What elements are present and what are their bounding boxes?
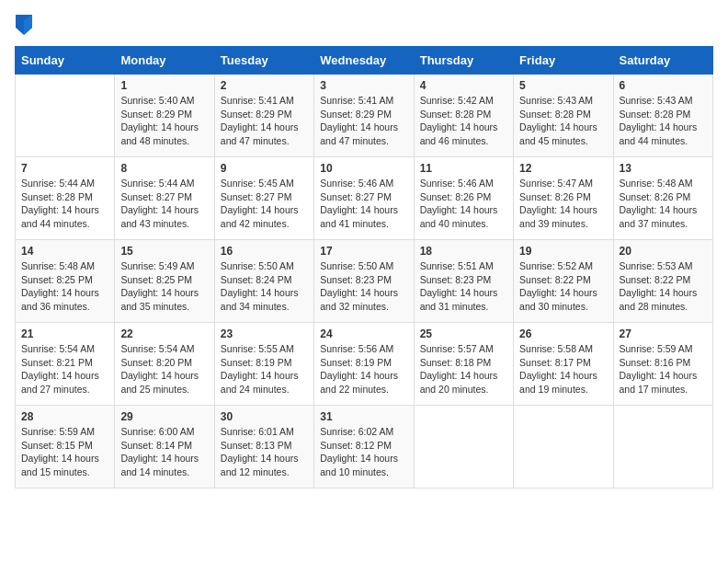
day-content: Sunrise: 5:50 AM Sunset: 8:23 PM Dayligh… [320,259,407,314]
day-content: Sunrise: 6:01 AM Sunset: 8:13 PM Dayligh… [221,425,308,479]
day-number: 28 [21,410,108,423]
calendar-cell: 16Sunrise: 5:50 AM Sunset: 8:24 PM Dayli… [214,240,313,323]
day-number: 22 [120,327,208,340]
day-number: 1 [120,79,208,92]
header-cell-tuesday: Tuesday [214,47,313,75]
day-number: 25 [420,327,507,340]
day-content: Sunrise: 5:51 AM Sunset: 8:23 PM Dayligh… [420,259,507,314]
header-cell-saturday: Saturday [613,47,712,75]
calendar-cell [613,406,712,488]
calendar-cell: 25Sunrise: 5:57 AM Sunset: 8:18 PM Dayli… [414,323,513,406]
day-number: 24 [320,327,407,340]
day-number: 15 [120,245,208,258]
day-content: Sunrise: 5:41 AM Sunset: 8:29 PM Dayligh… [221,94,308,148]
day-number: 23 [221,327,308,340]
day-number: 5 [519,79,607,92]
day-content: Sunrise: 5:41 AM Sunset: 8:29 PM Dayligh… [320,94,407,148]
calendar-cell: 24Sunrise: 5:56 AM Sunset: 8:19 PM Dayli… [314,323,414,406]
calendar-cell: 3Sunrise: 5:41 AM Sunset: 8:29 PM Daylig… [314,75,414,157]
calendar-cell: 12Sunrise: 5:47 AM Sunset: 8:26 PM Dayli… [514,157,613,240]
day-content: Sunrise: 5:59 AM Sunset: 8:16 PM Dayligh… [620,342,707,396]
day-content: Sunrise: 5:50 AM Sunset: 8:24 PM Dayligh… [221,259,308,314]
day-content: Sunrise: 5:43 AM Sunset: 8:28 PM Dayligh… [519,94,607,148]
day-number: 21 [21,327,108,340]
calendar-cell: 9Sunrise: 5:45 AM Sunset: 8:27 PM Daylig… [214,157,313,240]
day-number: 19 [519,245,607,258]
calendar-cell [514,406,613,488]
day-content: Sunrise: 5:40 AM Sunset: 8:29 PM Dayligh… [120,94,208,148]
calendar-cell: 5Sunrise: 5:43 AM Sunset: 8:28 PM Daylig… [514,75,613,157]
calendar-cell: 29Sunrise: 6:00 AM Sunset: 8:14 PM Dayli… [115,406,214,488]
calendar-cell: 31Sunrise: 6:02 AM Sunset: 8:12 PM Dayli… [314,406,414,488]
calendar-cell [414,406,513,488]
day-content: Sunrise: 5:46 AM Sunset: 8:27 PM Dayligh… [320,177,407,231]
calendar-cell: 27Sunrise: 5:59 AM Sunset: 8:16 PM Dayli… [613,323,712,406]
logo [15,15,32,35]
page-header [15,15,713,35]
day-content: Sunrise: 5:49 AM Sunset: 8:25 PM Dayligh… [120,259,208,314]
calendar-cell: 13Sunrise: 5:48 AM Sunset: 8:26 PM Dayli… [613,157,712,240]
day-content: Sunrise: 5:48 AM Sunset: 8:25 PM Dayligh… [21,259,108,314]
calendar-cell: 30Sunrise: 6:01 AM Sunset: 8:13 PM Dayli… [214,406,313,488]
logo-icon [16,15,32,35]
day-content: Sunrise: 5:57 AM Sunset: 8:18 PM Dayligh… [420,342,507,396]
day-number: 14 [21,245,108,258]
calendar-cell: 4Sunrise: 5:42 AM Sunset: 8:28 PM Daylig… [414,75,513,157]
day-number: 11 [420,162,507,175]
day-content: Sunrise: 5:44 AM Sunset: 8:27 PM Dayligh… [120,177,208,231]
day-content: Sunrise: 5:58 AM Sunset: 8:17 PM Dayligh… [519,342,607,396]
day-number: 3 [320,79,407,92]
header-cell-sunday: Sunday [16,47,115,75]
calendar-cell: 28Sunrise: 5:59 AM Sunset: 8:15 PM Dayli… [16,406,115,488]
day-content: Sunrise: 5:43 AM Sunset: 8:28 PM Dayligh… [620,94,707,148]
day-content: Sunrise: 5:53 AM Sunset: 8:22 PM Dayligh… [620,259,707,314]
calendar-cell: 19Sunrise: 5:52 AM Sunset: 8:22 PM Dayli… [514,240,613,323]
week-row-4: 21Sunrise: 5:54 AM Sunset: 8:21 PM Dayli… [16,323,713,406]
calendar-header: SundayMondayTuesdayWednesdayThursdayFrid… [16,47,713,75]
day-content: Sunrise: 5:46 AM Sunset: 8:26 PM Dayligh… [420,177,507,231]
week-row-3: 14Sunrise: 5:48 AM Sunset: 8:25 PM Dayli… [16,240,713,323]
day-number: 30 [221,410,308,423]
day-number: 17 [320,245,407,258]
day-content: Sunrise: 5:45 AM Sunset: 8:27 PM Dayligh… [221,177,308,231]
week-row-1: 1Sunrise: 5:40 AM Sunset: 8:29 PM Daylig… [16,75,713,157]
day-content: Sunrise: 6:02 AM Sunset: 8:12 PM Dayligh… [320,425,407,479]
day-content: Sunrise: 5:59 AM Sunset: 8:15 PM Dayligh… [21,425,108,479]
day-number: 7 [21,162,108,175]
day-content: Sunrise: 5:44 AM Sunset: 8:28 PM Dayligh… [21,177,108,231]
day-number: 10 [320,162,407,175]
calendar-cell: 7Sunrise: 5:44 AM Sunset: 8:28 PM Daylig… [16,157,115,240]
day-content: Sunrise: 5:56 AM Sunset: 8:19 PM Dayligh… [320,342,407,396]
calendar-cell: 6Sunrise: 5:43 AM Sunset: 8:28 PM Daylig… [613,75,712,157]
calendar-cell: 23Sunrise: 5:55 AM Sunset: 8:19 PM Dayli… [214,323,313,406]
calendar-cell: 1Sunrise: 5:40 AM Sunset: 8:29 PM Daylig… [115,75,214,157]
header-cell-monday: Monday [115,47,214,75]
calendar-cell: 17Sunrise: 5:50 AM Sunset: 8:23 PM Dayli… [314,240,414,323]
day-number: 12 [519,162,607,175]
day-number: 29 [120,410,208,423]
day-content: Sunrise: 5:52 AM Sunset: 8:22 PM Dayligh… [519,259,607,314]
calendar-cell: 18Sunrise: 5:51 AM Sunset: 8:23 PM Dayli… [414,240,513,323]
day-content: Sunrise: 5:54 AM Sunset: 8:20 PM Dayligh… [120,342,208,396]
day-content: Sunrise: 5:47 AM Sunset: 8:26 PM Dayligh… [519,177,607,231]
calendar-cell: 8Sunrise: 5:44 AM Sunset: 8:27 PM Daylig… [115,157,214,240]
calendar-cell: 21Sunrise: 5:54 AM Sunset: 8:21 PM Dayli… [16,323,115,406]
calendar-cell: 2Sunrise: 5:41 AM Sunset: 8:29 PM Daylig… [214,75,313,157]
day-number: 6 [620,79,707,92]
calendar-cell [16,75,115,157]
calendar-cell: 22Sunrise: 5:54 AM Sunset: 8:20 PM Dayli… [115,323,214,406]
calendar-cell: 26Sunrise: 5:58 AM Sunset: 8:17 PM Dayli… [514,323,613,406]
day-number: 8 [120,162,208,175]
calendar-body: 1Sunrise: 5:40 AM Sunset: 8:29 PM Daylig… [16,75,713,488]
week-row-2: 7Sunrise: 5:44 AM Sunset: 8:28 PM Daylig… [16,157,713,240]
calendar-table: SundayMondayTuesdayWednesdayThursdayFrid… [15,46,713,488]
week-row-5: 28Sunrise: 5:59 AM Sunset: 8:15 PM Dayli… [16,406,713,488]
calendar-cell: 10Sunrise: 5:46 AM Sunset: 8:27 PM Dayli… [314,157,414,240]
header-cell-wednesday: Wednesday [314,47,414,75]
day-number: 13 [620,162,707,175]
day-content: Sunrise: 5:42 AM Sunset: 8:28 PM Dayligh… [420,94,507,148]
header-cell-thursday: Thursday [414,47,513,75]
day-number: 9 [221,162,308,175]
day-number: 4 [420,79,507,92]
day-number: 2 [221,79,308,92]
